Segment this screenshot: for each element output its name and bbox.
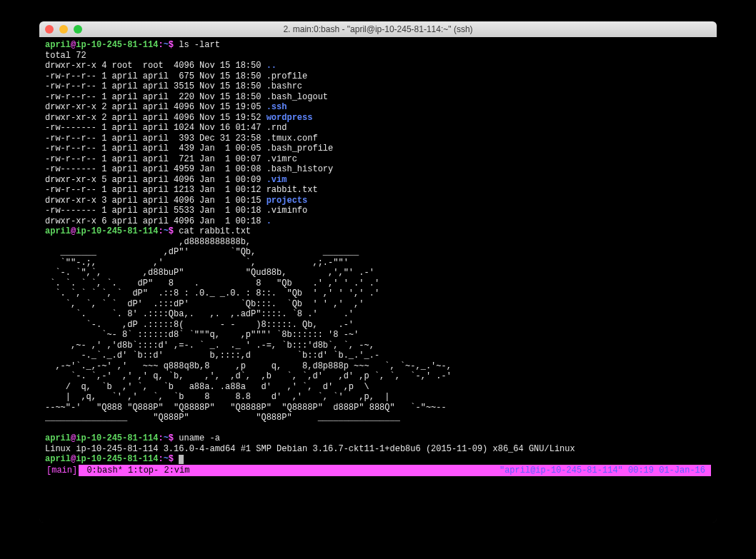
directory-name: ..: [267, 61, 277, 71]
window-title: 2. main:0:bash - "april@ip-10-245-81-114…: [39, 24, 717, 34]
prompt-tail: $: [169, 454, 174, 464]
command-text: cat rabbit.txt: [174, 226, 251, 236]
prompt-colon: :: [158, 454, 163, 464]
prompt-colon: :: [158, 226, 163, 236]
rabbit-art: ,d8888888888b, _______ ,dP"' `"Qb, _____…: [45, 237, 452, 423]
prompt-user: april: [45, 226, 71, 236]
titlebar[interactable]: 2. main:0:bash - "april@ip-10-245-81-114…: [39, 21, 717, 37]
directory-name: wordpress: [267, 113, 313, 123]
prompt-path: ~: [164, 454, 169, 464]
prompt-tail: $: [169, 433, 174, 443]
command-text: ls -lart: [174, 40, 220, 50]
prompt-colon: :: [158, 433, 163, 443]
command-text: [174, 454, 179, 464]
prompt-user: april: [45, 454, 71, 464]
directory-name: projects: [267, 196, 308, 206]
directory-name: .ssh: [267, 102, 287, 112]
prompt-host: ip-10-245-81-114: [76, 454, 158, 464]
command-text: uname -a: [174, 433, 220, 443]
cursor-icon: [179, 455, 184, 464]
prompt-path: ~: [164, 40, 169, 50]
prompt-tail: $: [169, 40, 174, 50]
prompt-host: ip-10-245-81-114: [76, 226, 158, 236]
ls-output: drwxr-xr-x 4 root root 4096 Nov 15 18:50…: [45, 61, 333, 226]
uname-output: Linux ip-10-245-81-114 3.16.0-4-amd64 #1…: [45, 444, 575, 454]
prompt-user: april: [45, 40, 71, 50]
prompt-host: ip-10-245-81-114: [76, 433, 158, 443]
prompt-host: ip-10-245-81-114: [76, 40, 158, 50]
zoom-icon[interactable]: [74, 25, 82, 34]
prompt-path: ~: [164, 433, 169, 443]
traffic-lights: [45, 25, 82, 34]
minimize-icon[interactable]: [59, 25, 68, 34]
terminal-body[interactable]: april@ip-10-245-81-114:~$ ls -lart total…: [39, 37, 717, 523]
prompt-user: april: [45, 433, 71, 443]
prompt-tail: $: [169, 226, 174, 236]
tmux-right: "april@ip-10-245-81-114" 00:19 01-Jan-16: [499, 465, 711, 476]
tmux-windows[interactable]: 0:bash* 1:top- 2:vim: [79, 465, 189, 476]
terminal-window: 2. main:0:bash - "april@ip-10-245-81-114…: [39, 21, 717, 523]
directory-name: .vim: [267, 175, 287, 185]
ls-total: total 72: [45, 51, 86, 61]
tmux-statusbar[interactable]: [main] 0:bash* 1:top- 2:vim"april@ip-10-…: [45, 465, 711, 476]
prompt-colon: :: [158, 40, 163, 50]
directory-name: .: [267, 216, 272, 226]
prompt-path: ~: [164, 226, 169, 236]
close-icon[interactable]: [45, 25, 54, 34]
tmux-session[interactable]: [main]: [45, 465, 79, 476]
